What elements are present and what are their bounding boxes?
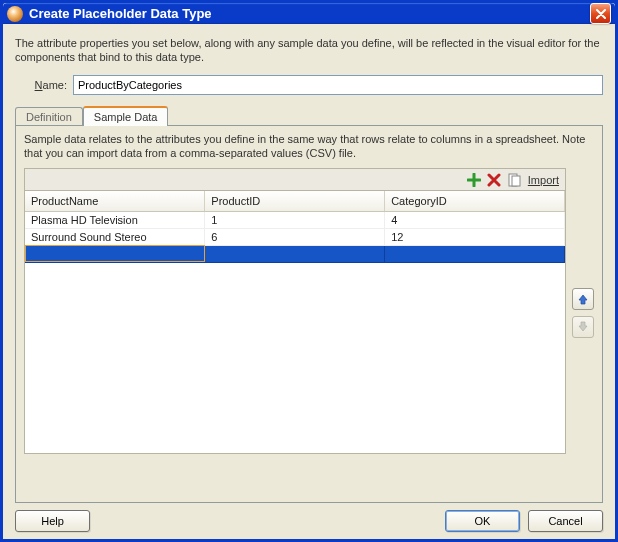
sample-data-table[interactable]: ProductName ProductID CategoryID Plasma …: [24, 190, 566, 454]
svg-rect-1: [512, 176, 520, 186]
tabstrip: Definition Sample Data: [15, 105, 603, 125]
tab-panel-sample-data: Sample data relates to the attributes yo…: [15, 125, 603, 503]
column-header[interactable]: CategoryID: [385, 191, 565, 211]
intro-text: The attribute properties you set below, …: [15, 36, 603, 65]
window-title: Create Placeholder Data Type: [29, 6, 212, 21]
name-label: Name:: [15, 79, 73, 91]
dialog-window: Create Placeholder Data Type The attribu…: [0, 0, 618, 542]
arrow-up-icon: [577, 293, 589, 305]
table-cell[interactable]: Surround Sound Stereo: [25, 228, 205, 245]
add-row-button[interactable]: [466, 172, 482, 188]
close-button[interactable]: [590, 3, 611, 24]
import-icon-button[interactable]: [506, 172, 522, 188]
import-link[interactable]: Import: [526, 174, 561, 186]
sample-data-description: Sample data relates to the attributes yo…: [24, 132, 594, 161]
table-row[interactable]: Plasma HD Television14: [25, 211, 565, 228]
move-row-up-button[interactable]: [572, 288, 594, 310]
tab-sample-data[interactable]: Sample Data: [83, 106, 169, 126]
app-icon: [7, 6, 23, 22]
close-icon: [596, 9, 606, 19]
table-cell[interactable]: 12: [385, 228, 565, 245]
table-cell[interactable]: 4: [385, 211, 565, 228]
table-cell[interactable]: [25, 245, 205, 262]
table-cell[interactable]: 1: [205, 211, 385, 228]
titlebar[interactable]: Create Placeholder Data Type: [3, 3, 615, 24]
plus-icon: [467, 173, 481, 187]
table-cell[interactable]: [385, 245, 565, 262]
table-cell[interactable]: [205, 245, 385, 262]
table-toolbar: Import: [24, 168, 566, 190]
table-cell[interactable]: Plasma HD Television: [25, 211, 205, 228]
delete-row-button[interactable]: [486, 172, 502, 188]
arrow-down-icon: [577, 321, 589, 333]
move-row-down-button[interactable]: [572, 316, 594, 338]
dialog-footer: Help OK Cancel: [3, 509, 615, 539]
table-row[interactable]: [25, 245, 565, 262]
document-icon: [507, 173, 521, 187]
column-header[interactable]: ProductName: [25, 191, 205, 211]
help-button[interactable]: Help: [15, 510, 90, 532]
tab-definition[interactable]: Definition: [15, 107, 83, 126]
table-header-row: ProductName ProductID CategoryID: [25, 191, 565, 211]
column-header[interactable]: ProductID: [205, 191, 385, 211]
cancel-button[interactable]: Cancel: [528, 510, 603, 532]
ok-button[interactable]: OK: [445, 510, 520, 532]
name-input[interactable]: [73, 75, 603, 95]
table-row[interactable]: Surround Sound Stereo612: [25, 228, 565, 245]
x-icon: [487, 173, 501, 187]
table-cell[interactable]: 6: [205, 228, 385, 245]
